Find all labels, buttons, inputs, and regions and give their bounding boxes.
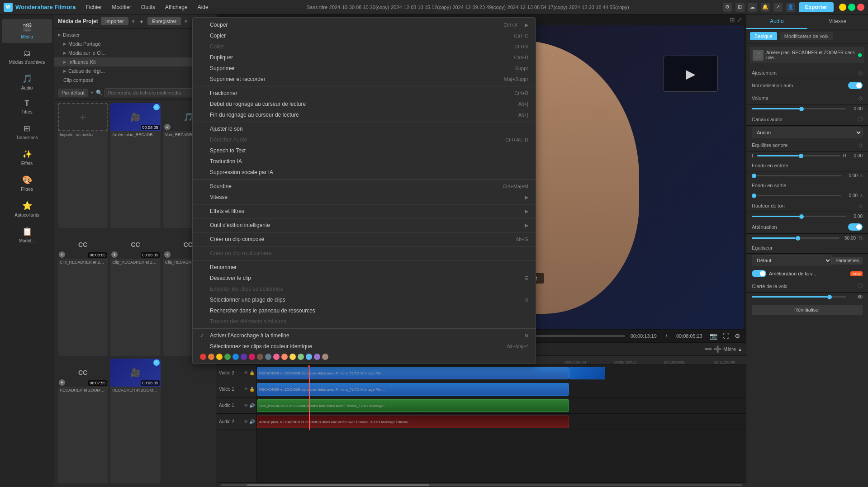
media-item-7[interactable]: CC 00:07:55 + RECADRER et ZOOME...	[58, 359, 108, 483]
sidebar-item-titres[interactable]: T Titres	[2, 96, 52, 118]
prev-snapshot[interactable]: 📷	[708, 331, 719, 340]
sidebar-item-transitions[interactable]: ⊞ Transitions	[2, 120, 52, 144]
cloud-icon[interactable]: ☁	[748, 3, 757, 12]
ctx-exporter-clips[interactable]: Exporter les clips sélectionnés	[193, 284, 536, 294]
sidebar-item-autocollants[interactable]: ⭐ Autocollants	[2, 197, 52, 221]
sidebar-item-media[interactable]: 🎬 Média	[2, 19, 52, 43]
tab-vitesse[interactable]: Vitesse	[807, 14, 868, 29]
ctx-copier[interactable]: Copier Ctrl+C	[193, 30, 536, 41]
ctx-detacher-audio[interactable]: Détacher Audio Ctrl+Alt+D	[193, 134, 536, 145]
fondu-sortie-thumb[interactable]	[752, 194, 756, 198]
volume-thumb[interactable]	[799, 107, 804, 111]
ajustement-icon[interactable]: ◇	[859, 70, 863, 76]
color-dot-orange[interactable]	[208, 354, 214, 360]
track-eye-audio2[interactable]: 👁	[244, 419, 248, 424]
ctx-debut-rognage[interactable]: Début du rognage au curseur de lecture A…	[193, 99, 536, 109]
media-item-import[interactable]: + Importer un média	[58, 103, 108, 228]
menu-modifier[interactable]: Modifier	[107, 3, 136, 12]
media-item-5[interactable]: CC 00:08:05 + Clip_RECADRER et ZO...	[110, 231, 160, 355]
clip-audio2[interactable]: Arrière plan_RECADRER et ZOOMER dans une…	[257, 416, 569, 428]
ctx-supprimer[interactable]: Supprimer Suppr	[193, 63, 536, 74]
hauteur-slider[interactable]	[752, 216, 846, 217]
preview-expand-icon[interactable]: ⤢	[737, 16, 742, 24]
maximize-button[interactable]	[848, 4, 855, 11]
ctx-trouver-similaires[interactable]: Trouver des éléments similaires	[193, 316, 536, 327]
menu-aide[interactable]: Aide	[193, 3, 213, 12]
add-btn-3[interactable]: +	[164, 124, 171, 130]
track-lock-video1[interactable]: 🔒	[249, 387, 255, 392]
ctx-creer-multicamera[interactable]: Créer un clip multicaméra	[193, 248, 536, 259]
settings-icon[interactable]: ⚙	[723, 3, 732, 12]
ctx-vitesse[interactable]: Vitesse ▶	[193, 192, 536, 203]
clip-video1[interactable]: RECADRER et ZOOMER dans une vidéo avec F…	[257, 383, 569, 396]
tab-audio[interactable]: Audio	[746, 14, 807, 29]
timeline-scrollbar[interactable]	[217, 482, 746, 487]
ctx-effets-filtres[interactable]: Effets et filtres ▶	[193, 206, 536, 217]
play-preview-icon[interactable]: ▶	[664, 56, 718, 92]
minimize-button[interactable]	[839, 4, 846, 11]
reset-button[interactable]: Réinitialiser	[752, 305, 863, 315]
ctx-rechercher-panneau[interactable]: Rechercher dans le panneau de ressources	[193, 305, 536, 316]
color-dot-pink[interactable]	[249, 354, 255, 360]
ctx-couleur-identique[interactable]: Sélectionnez les clips de couleur identi…	[193, 341, 536, 352]
color-dot-yellow[interactable]	[216, 354, 223, 360]
normalisation-toggle[interactable]	[848, 82, 863, 89]
subtab-modvoix[interactable]: Modificateur de voix	[780, 32, 833, 40]
track-eye-video2[interactable]: 👁	[244, 370, 248, 375]
color-dot-lavender[interactable]	[314, 354, 320, 360]
clip-video2[interactable]: RECADRER et ZOOMER dans une vidéo avec F…	[257, 367, 569, 379]
add-btn-7[interactable]: +	[59, 379, 65, 386]
color-dot-tan[interactable]	[322, 354, 328, 360]
track-mute-audio2[interactable]: 🔊	[249, 419, 255, 424]
record-button[interactable]: Enregistrer	[147, 17, 181, 25]
attenuation-toggle[interactable]	[848, 223, 863, 231]
attenuation-slider[interactable]	[752, 237, 840, 239]
eq-select[interactable]: Défaut	[752, 255, 832, 265]
preview-layout-icon[interactable]: ⊞	[730, 16, 735, 24]
ctx-outil-edition[interactable]: Outil d'édition intelligente ▶	[193, 220, 536, 231]
prev-fullscreen[interactable]: ⛶	[721, 331, 731, 340]
sidebar-item-effets[interactable]: ✨ Effets	[2, 146, 52, 170]
ctx-suppression-vocale[interactable]: Suppression vocale par IA	[193, 167, 536, 178]
color-dot-lightpink[interactable]	[273, 354, 280, 360]
clip-video2-b[interactable]	[569, 367, 605, 379]
menu-affichage[interactable]: Affichage	[161, 3, 192, 12]
import-button[interactable]: Importer	[101, 17, 128, 25]
track-mute-audio1[interactable]: 🔊	[249, 403, 255, 408]
zoom-out[interactable]: ➖	[704, 345, 712, 353]
color-dot-lightgreen[interactable]	[298, 354, 304, 360]
export-button[interactable]: Exporter	[799, 2, 834, 12]
sidebar-item-filtres[interactable]: 🎨 Filtres	[2, 171, 52, 195]
close-button[interactable]	[857, 4, 864, 11]
fondu-entree-slider[interactable]	[752, 175, 841, 176]
hauteur-thumb[interactable]	[799, 214, 804, 219]
color-dot-lightyellow[interactable]	[289, 354, 296, 360]
canaux-select[interactable]: Aucun	[752, 128, 863, 137]
color-dot-purple[interactable]	[241, 354, 247, 360]
sidebar-item-archives[interactable]: 🗂 Médias d'archives	[2, 45, 52, 68]
ctx-traduction-ia[interactable]: Traduction IA	[193, 156, 536, 167]
ctx-creer-clip-compose[interactable]: Créer un clip composé Alt+G	[193, 234, 536, 245]
clip-audio1[interactable]: Voix_RECADRER et ZOOMER dans une vidéo a…	[257, 399, 569, 412]
attenuation-thumb[interactable]	[796, 236, 800, 241]
track-eye-audio1[interactable]: 👁	[244, 403, 248, 408]
media-item-8[interactable]: 🎥 00:08:05 ✓ RECADRER et ZOOME...	[110, 359, 160, 483]
color-dot-brown[interactable]	[257, 354, 263, 360]
track-eye-video1[interactable]: 👁	[244, 387, 248, 392]
ctx-coller[interactable]: Coller Ctrl+V	[193, 41, 536, 52]
zoom-in[interactable]: ➕	[714, 345, 721, 353]
ctx-desactiver-clip[interactable]: Désactiver le clip E	[193, 273, 536, 284]
ctx-fin-rognage[interactable]: Fin du rognage au curseur de lecture Alt…	[193, 109, 536, 120]
ctx-fractionner[interactable]: Fractionner Ctrl+B	[193, 88, 536, 99]
color-dot-blue[interactable]	[232, 354, 239, 360]
params-button[interactable]: Paramètres	[832, 257, 863, 265]
amelioration-toggle[interactable]	[752, 270, 766, 277]
share-icon[interactable]: ↗	[773, 3, 783, 12]
user-icon[interactable]: 👤	[786, 3, 795, 12]
layout-icon[interactable]: ⊞	[735, 3, 745, 12]
equilibre-thumb[interactable]	[799, 154, 803, 158]
color-dot-grey[interactable]	[265, 354, 271, 360]
ctx-couper[interactable]: Couper Ctrl+X ▶	[193, 19, 536, 30]
ctx-supprimer-raccorder[interactable]: Supprimer et raccorder Maj+Suppr	[193, 74, 536, 85]
ctx-sourdine[interactable]: Sourdine Ctrl+Maj+M	[193, 181, 536, 192]
